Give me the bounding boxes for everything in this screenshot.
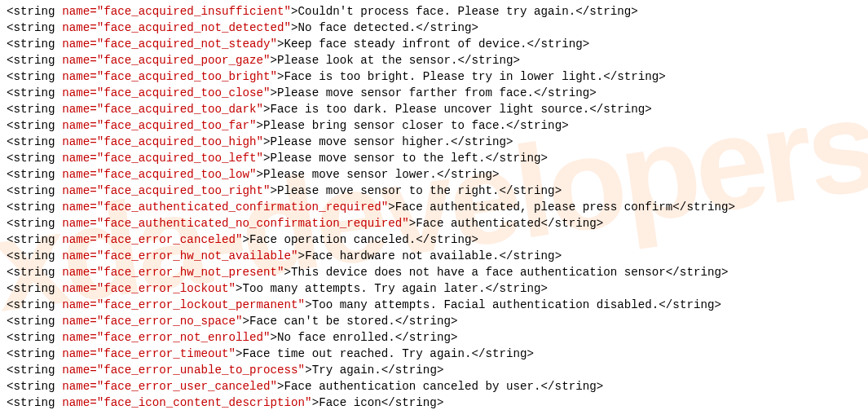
xml-attr-name: name="face_error_unable_to_process" xyxy=(62,364,305,377)
xml-attr-name: name="face_acquired_too_dark" xyxy=(62,103,263,116)
xml-string-value: Please move sensor to the left. xyxy=(271,152,486,165)
xml-attr-name: name="face_error_timeout" xyxy=(62,347,236,360)
xml-string-line: <string name="face_acquired_too_bright">… xyxy=(7,68,861,85)
xml-attr-name: name="face_acquired_too_left" xyxy=(62,152,263,165)
xml-attr-name: name="face_error_hw_not_present" xyxy=(62,266,284,279)
xml-string-line: <string name="face_error_canceled">Face … xyxy=(7,231,861,248)
xml-attr-name: name="face_acquired_too_high" xyxy=(62,135,263,148)
xml-attr-name: name="face_error_lockout_permanent" xyxy=(62,298,305,311)
xml-attr-name: name="face_acquired_too_close" xyxy=(62,86,270,99)
xml-string-line: <string name="face_error_user_canceled">… xyxy=(7,378,861,395)
xml-string-line: <string name="face_acquired_too_low">Ple… xyxy=(7,166,861,183)
xml-string-value: Face hardware not available. xyxy=(305,249,499,262)
xml-attr-name: name="face_acquired_not_detected" xyxy=(62,21,291,34)
xml-string-value: Too many attempts. Facial authentication… xyxy=(312,298,659,311)
xml-string-value: Face is too dark. Please uncover light s… xyxy=(271,103,590,116)
xml-code-block: <string name="face_acquired_insufficient… xyxy=(0,0,868,410)
xml-string-line: <string name="face_authenticated_confirm… xyxy=(7,199,861,215)
xml-string-line: <string name="face_acquired_too_right">P… xyxy=(7,183,861,199)
xml-string-value: Face operation canceled. xyxy=(249,233,416,246)
xml-string-value: Please move sensor lower. xyxy=(263,168,437,181)
xml-string-line: <string name="face_error_timeout">Face t… xyxy=(7,346,861,362)
xml-attr-name: name="face_authenticated_confirmation_re… xyxy=(62,201,388,214)
xml-attr-name: name="face_acquired_insufficient" xyxy=(62,5,291,18)
xml-string-line: <string name="face_acquired_too_close">P… xyxy=(7,85,861,101)
xml-string-line: <string name="face_acquired_too_left">Pl… xyxy=(7,150,861,166)
xml-string-line: <string name="face_acquired_too_far">Ple… xyxy=(7,117,861,134)
xml-string-value: Please move sensor to the right. xyxy=(277,184,499,197)
xml-string-line: <string name="face_error_hw_not_present"… xyxy=(7,264,861,280)
xml-string-line: <string name="face_error_lockout_permane… xyxy=(7,297,861,313)
xml-attr-name: name="face_error_no_space" xyxy=(62,315,242,328)
xml-string-value: Keep face steady infront of device. xyxy=(284,37,527,51)
xml-attr-name: name="face_acquired_too_low" xyxy=(62,168,256,181)
xml-string-value: Face authenticated xyxy=(416,217,540,230)
xml-string-line: <string name="face_acquired_too_dark">Fa… xyxy=(7,101,861,117)
xml-string-value: No face enrolled. xyxy=(277,331,395,344)
xml-string-line: <string name="face_acquired_too_high">Pl… xyxy=(7,134,861,150)
xml-string-line: <string name="face_icon_content_descript… xyxy=(7,395,861,410)
xml-attr-name: name="face_error_lockout" xyxy=(62,282,236,295)
xml-string-value: Face can't be stored. xyxy=(249,315,395,328)
xml-string-line: <string name="face_authenticated_no_conf… xyxy=(7,215,861,231)
xml-string-value: Try again. xyxy=(312,364,381,377)
xml-attr-name: name="face_error_canceled" xyxy=(62,233,242,246)
xml-attr-name: name="face_error_user_canceled" xyxy=(62,380,277,393)
xml-attr-name: name="face_acquired_not_steady" xyxy=(62,37,277,51)
xml-string-line: <string name="face_error_unable_to_proce… xyxy=(7,362,861,378)
xml-string-value: Face authenticated, please press confirm xyxy=(395,201,673,214)
xml-string-line: <string name="face_acquired_poor_gaze">P… xyxy=(7,52,861,68)
xml-string-value: Face authentication canceled by user. xyxy=(284,380,541,393)
xml-string-value: Face icon xyxy=(319,396,381,409)
xml-string-value: Please move sensor higher. xyxy=(271,135,451,148)
xml-string-value: No face detected. xyxy=(298,21,416,34)
xml-string-value: Please look at the sensor. xyxy=(277,54,457,67)
xml-string-line: <string name="face_acquired_not_steady">… xyxy=(7,36,861,52)
xml-string-value: Couldn't process face. Please try again. xyxy=(298,5,576,18)
xml-attr-name: name="face_acquired_poor_gaze" xyxy=(62,54,270,67)
xml-string-value: Face is too bright. Please try in lower … xyxy=(284,70,604,83)
xml-string-line: <string name="face_error_hw_not_availabl… xyxy=(7,248,861,264)
xml-attr-name: name="face_error_not_enrolled" xyxy=(62,331,270,344)
xml-attr-name: name="face_icon_content_description" xyxy=(62,396,312,409)
xml-attr-name: name="face_acquired_too_far" xyxy=(62,119,256,132)
xml-string-value: Face time out reached. Try again. xyxy=(243,347,472,360)
xml-attr-name: name="face_authenticated_no_confirmation… xyxy=(62,217,409,230)
xml-string-line: <string name="face_acquired_insufficient… xyxy=(7,3,861,20)
xml-string-value: This device does not have a face authent… xyxy=(291,266,666,279)
xml-string-line: <string name="face_error_no_space">Face … xyxy=(7,313,861,329)
xml-attr-name: name="face_acquired_too_bright" xyxy=(62,70,277,83)
xml-string-value: Too many attempts. Try again later. xyxy=(243,282,486,295)
xml-string-value: Please bring sensor closer to face. xyxy=(263,119,506,132)
xml-string-value: Please move sensor farther from face. xyxy=(277,86,534,99)
xml-attr-name: name="face_error_hw_not_available" xyxy=(62,249,297,262)
xml-string-line: <string name="face_error_lockout">Too ma… xyxy=(7,280,861,297)
xml-string-line: <string name="face_acquired_not_detected… xyxy=(7,20,861,36)
xml-string-line: <string name="face_error_not_enrolled">N… xyxy=(7,329,861,346)
xml-attr-name: name="face_acquired_too_right" xyxy=(62,184,270,197)
